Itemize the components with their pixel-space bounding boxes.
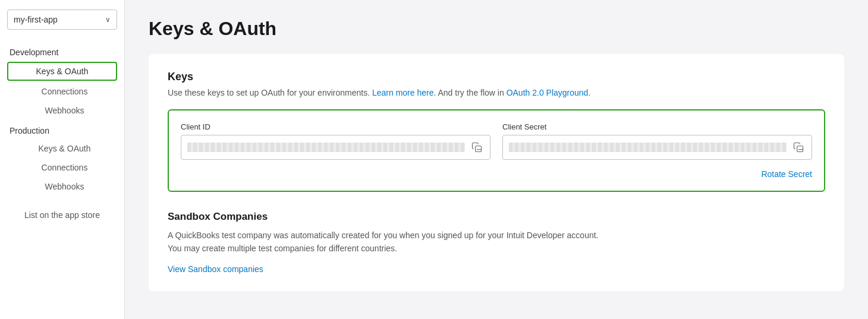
- keys-box: Client ID: [168, 109, 825, 192]
- learn-more-link[interactable]: Learn more here: [372, 88, 434, 97]
- client-id-input-wrapper: [181, 135, 490, 160]
- keys-oauth-card: Keys Use these keys to set up OAuth for …: [149, 54, 844, 291]
- client-secret-copy-icon[interactable]: [791, 140, 806, 154]
- sidebar-section-development: Development: [0, 42, 124, 61]
- sidebar: my-first-app ∨ Development Keys & OAuth …: [0, 0, 125, 319]
- main-content: Keys & OAuth Keys Use these keys to set …: [125, 0, 868, 319]
- sidebar-section-production: Production: [0, 120, 124, 139]
- description-text-middle: . And try the flow in: [433, 88, 506, 97]
- client-secret-label: Client Secret: [502, 122, 812, 131]
- client-id-label: Client ID: [181, 122, 490, 131]
- oauth-playground-link[interactable]: OAuth 2.0 Playground: [507, 88, 589, 97]
- sidebar-item-dev-keys-oauth[interactable]: Keys & OAuth: [7, 62, 117, 81]
- keys-section-title: Keys: [168, 71, 825, 83]
- client-id-value-blurred: [187, 143, 465, 152]
- page-title: Keys & OAuth: [149, 18, 844, 40]
- svg-rect-0: [476, 146, 482, 152]
- sidebar-item-list-on-app-store[interactable]: List on the app store: [0, 206, 124, 225]
- client-secret-value-blurred: [509, 143, 787, 152]
- app-selector-name: my-first-app: [14, 15, 58, 24]
- description-text-before: Use these keys to set up OAuth for your …: [168, 88, 372, 97]
- sandbox-section-title: Sandbox Companies: [168, 211, 825, 223]
- keys-row: Client ID: [181, 122, 812, 160]
- sidebar-item-dev-webhooks[interactable]: Webhooks: [0, 101, 124, 120]
- view-sandbox-link[interactable]: View Sandbox companies: [168, 264, 263, 274]
- chevron-down-icon: ∨: [105, 15, 111, 24]
- app-selector[interactable]: my-first-app ∨: [7, 10, 117, 30]
- sidebar-item-prod-keys-oauth[interactable]: Keys & OAuth: [0, 139, 124, 158]
- client-id-field: Client ID: [181, 122, 490, 160]
- sandbox-description: A QuickBooks test company was automatica…: [168, 229, 825, 255]
- sandbox-description-line1: A QuickBooks test company was automatica…: [168, 230, 599, 240]
- svg-rect-3: [797, 146, 803, 152]
- sidebar-item-dev-connections[interactable]: Connections: [0, 82, 124, 101]
- rotate-secret-row: Rotate Secret: [181, 169, 812, 179]
- description-text-after: .: [588, 88, 590, 97]
- rotate-secret-link[interactable]: Rotate Secret: [761, 169, 812, 179]
- client-secret-input-wrapper: [502, 135, 812, 160]
- client-id-copy-icon[interactable]: [470, 140, 484, 154]
- sidebar-item-prod-connections[interactable]: Connections: [0, 158, 124, 177]
- keys-section-description: Use these keys to set up OAuth for your …: [168, 88, 825, 97]
- sandbox-description-line2: You may create multiple test companies f…: [168, 244, 397, 253]
- client-secret-field: Client Secret: [502, 122, 812, 160]
- sidebar-item-prod-webhooks[interactable]: Webhooks: [0, 177, 124, 196]
